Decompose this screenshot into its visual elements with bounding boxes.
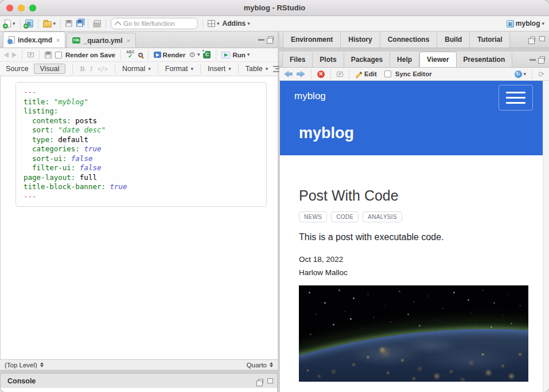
tab-presentation[interactable]: Presentation xyxy=(457,53,513,67)
open-file-button[interactable]: ▾ xyxy=(43,20,56,28)
viewer-scrollbar[interactable] xyxy=(543,81,549,392)
spellcheck-icon[interactable]: ABC ✓ xyxy=(126,50,135,59)
navbar-title[interactable]: myblog xyxy=(294,91,326,102)
maximize-pane-icon[interactable] xyxy=(540,56,545,61)
project-label: myblog xyxy=(516,19,540,28)
tab-packages[interactable]: Packages xyxy=(344,53,390,67)
addins-menu[interactable]: Addins ▾ xyxy=(223,19,250,28)
visual-editor[interactable]: ---title: "myblog"listing: contents: pos… xyxy=(0,76,278,359)
filetype-selector[interactable]: Quarto xyxy=(247,362,267,369)
chevron-down-icon: ▾ xyxy=(524,72,527,77)
stop-icon[interactable]: ✕ xyxy=(317,70,325,78)
tab-help[interactable]: Help xyxy=(390,53,419,67)
files-pane: Files Plots Packages Help Viewer Present… xyxy=(279,52,549,392)
files-tabbar: Files Plots Packages Help Viewer Present… xyxy=(279,52,549,68)
forward-icon[interactable] xyxy=(12,52,17,58)
chevron-down-icon[interactable]: ▾ xyxy=(13,21,15,26)
minimize-pane-icon[interactable] xyxy=(258,39,264,41)
project-menu[interactable]: R myblog ▾ xyxy=(507,19,544,28)
divider xyxy=(38,19,38,29)
chevron-down-icon: ▾ xyxy=(247,52,250,57)
save-document-icon[interactable] xyxy=(45,52,52,58)
chevron-down-icon[interactable]: ▾ xyxy=(53,21,56,26)
tab-viewer[interactable]: Viewer xyxy=(419,52,456,67)
divider xyxy=(39,50,40,60)
bold-button[interactable]: B xyxy=(80,65,84,73)
post-author: Harlow Malloc xyxy=(299,268,543,277)
gear-icon: ⚙ xyxy=(189,51,196,58)
yaml-block[interactable]: ---title: "myblog"listing: contents: pos… xyxy=(15,82,267,207)
open-new-window-icon[interactable] xyxy=(337,72,343,77)
visual-mode-button[interactable]: Visual xyxy=(34,64,66,74)
restore-pane-icon[interactable] xyxy=(530,37,535,41)
clouds-decoration xyxy=(299,285,528,382)
italic-button[interactable]: I xyxy=(90,65,92,73)
render-options-button[interactable]: ⚙ ▾ xyxy=(189,51,200,58)
table-dropdown[interactable]: Table ▾ xyxy=(246,65,268,73)
edit-button[interactable]: Edit xyxy=(355,70,377,77)
post-description: This is a post with executable code. xyxy=(299,232,543,242)
tab-build[interactable]: Build xyxy=(437,32,470,48)
divider xyxy=(106,19,106,29)
refresh-icon[interactable]: ⟳ xyxy=(538,70,544,78)
tab-history[interactable]: History xyxy=(341,32,380,48)
hamburger-menu-icon[interactable] xyxy=(499,85,533,111)
console-header[interactable]: Console xyxy=(0,373,278,388)
console-body xyxy=(0,388,278,392)
code-button[interactable]: </> xyxy=(98,66,108,72)
render-on-save-checkbox[interactable] xyxy=(55,52,62,58)
render-button[interactable]: Render xyxy=(154,52,186,58)
maximize-pane-icon[interactable] xyxy=(267,378,273,383)
print-button[interactable] xyxy=(93,22,101,28)
forward-icon[interactable] xyxy=(297,70,305,77)
tab-tutorial[interactable]: Tutorial xyxy=(470,32,510,48)
tab-quarto-yml[interactable]: YML _quarto.yml × xyxy=(67,33,135,48)
source-mode-button[interactable]: Source xyxy=(6,65,29,73)
yml-file-icon: YML xyxy=(72,37,80,44)
category-badge[interactable]: ANALYSIS xyxy=(363,211,402,222)
save-all-button[interactable] xyxy=(76,20,83,27)
close-tab-icon[interactable]: × xyxy=(56,37,60,44)
maximize-pane-icon[interactable] xyxy=(539,36,545,41)
goto-arrow-icon xyxy=(114,21,122,28)
insert-chunk-button[interactable]: C xyxy=(203,51,211,58)
tab-connections[interactable]: Connections xyxy=(380,32,438,48)
goto-file-search[interactable] xyxy=(111,18,198,29)
back-icon[interactable] xyxy=(4,52,9,58)
tab-files[interactable]: Files xyxy=(282,53,313,67)
sync-editor-checkbox[interactable] xyxy=(384,70,391,77)
tab-label: _quarto.yml xyxy=(83,37,122,45)
close-tab-icon[interactable]: × xyxy=(126,37,130,44)
goto-file-input[interactable] xyxy=(123,20,191,27)
run-button[interactable]: Run ▾ xyxy=(221,52,250,58)
tab-index-qmd[interactable]: index.qmd × xyxy=(3,32,65,48)
chevron-down-icon[interactable]: ▾ xyxy=(217,21,220,26)
open-new-window-icon[interactable] xyxy=(28,52,34,57)
format-dropdown[interactable]: Format ▾ xyxy=(165,65,193,73)
scope-selector[interactable]: (Top Level) xyxy=(5,362,37,369)
divider xyxy=(72,64,73,74)
publish-button[interactable]: ↻ ▾ xyxy=(515,70,527,78)
run-icon xyxy=(221,52,231,58)
main-toolbar: + ▾ R+ ▾ ▾ Addins ▾ R mybl xyxy=(0,16,549,32)
paragraph-style-dropdown[interactable]: Normal ▾ xyxy=(122,65,151,73)
find-replace-icon[interactable] xyxy=(138,53,143,57)
blog-site: myblog myblog Post With Code NEWS CODE A… xyxy=(280,81,543,392)
insert-dropdown[interactable]: Insert ▾ xyxy=(208,65,231,73)
source-pane: index.qmd × YML _quarto.yml × Render on … xyxy=(0,32,278,392)
save-button[interactable] xyxy=(65,20,72,27)
new-file-button[interactable]: + ▾ xyxy=(5,19,15,28)
restore-pane-icon[interactable] xyxy=(258,379,263,383)
maximize-pane-icon[interactable] xyxy=(268,36,274,41)
category-badge[interactable]: NEWS xyxy=(299,211,327,222)
chevron-down-icon: ▾ xyxy=(266,66,268,72)
updown-caret-icon xyxy=(40,362,44,367)
divider xyxy=(148,50,149,60)
new-project-button[interactable]: R+ xyxy=(25,19,33,28)
pane-layout-button[interactable]: ▾ xyxy=(208,20,220,27)
tab-plots[interactable]: Plots xyxy=(313,53,344,67)
category-badge[interactable]: CODE xyxy=(331,211,359,222)
minimize-pane-icon[interactable] xyxy=(529,59,536,61)
tab-environment[interactable]: Environment xyxy=(283,32,341,48)
back-icon[interactable] xyxy=(284,70,293,77)
